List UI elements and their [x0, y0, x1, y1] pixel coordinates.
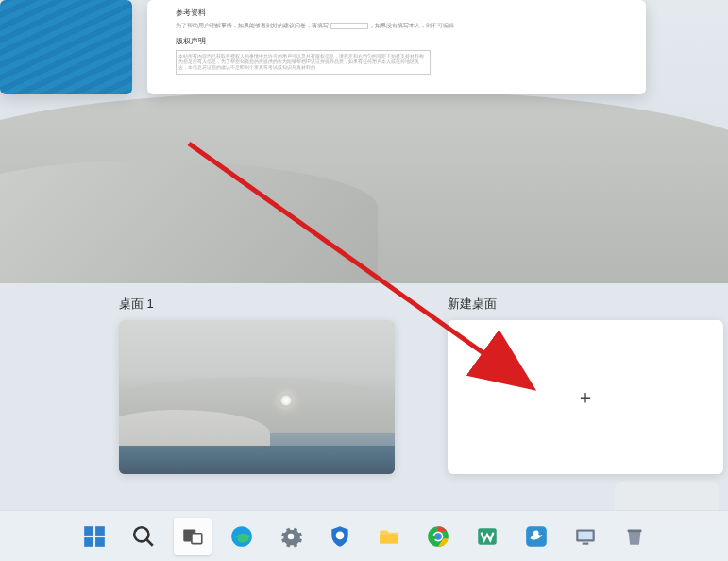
- svg-rect-9: [191, 533, 201, 543]
- svg-rect-4: [84, 537, 93, 547]
- doc-textarea: 本站所有内容均已获取在授权人的事情中允许可的用户可以及共有版权信息，请在左和右均…: [176, 50, 431, 75]
- start-icon[interactable]: [76, 518, 113, 555]
- svg-rect-21: [582, 542, 588, 544]
- taskbar: [0, 510, 728, 561]
- svg-line-7: [146, 539, 153, 546]
- security-icon[interactable]: [321, 518, 359, 555]
- settings-icon[interactable]: [272, 518, 310, 555]
- chrome-icon[interactable]: [419, 518, 457, 555]
- search-icon[interactable]: [125, 518, 162, 555]
- doc-section: 版权声明: [176, 36, 476, 46]
- svg-point-6: [134, 527, 148, 541]
- wallpaper-dune: [0, 161, 378, 293]
- svg-rect-20: [578, 531, 592, 539]
- svg-rect-13: [380, 534, 398, 543]
- edge-icon[interactable]: [223, 518, 261, 555]
- window-preview-document[interactable]: 参考资料 为了帮助用户理解事情，如果能够看到好的建议问卷，请填写 ，如果没有填写…: [147, 0, 646, 94]
- wps-icon[interactable]: [468, 518, 506, 555]
- desktop-thumbnail[interactable]: [119, 320, 395, 474]
- new-desktop-card[interactable]: 新建桌面 ＋: [438, 296, 729, 474]
- taskview-icon[interactable]: [174, 518, 212, 555]
- svg-rect-5: [95, 537, 105, 547]
- doc-section: 参考资料: [176, 8, 476, 18]
- svg-point-12: [335, 531, 344, 539]
- plus-icon: ＋: [576, 384, 595, 410]
- app-bird-icon[interactable]: [517, 518, 555, 555]
- svg-rect-22: [627, 529, 641, 532]
- computer-icon[interactable]: [567, 518, 604, 555]
- doc-text: 为了帮助用户理解事情，如果能够看到好的建议问卷，请填写 ，如果没有填写本人，则不…: [176, 22, 476, 30]
- svg-rect-2: [84, 526, 93, 536]
- trash-icon[interactable]: [616, 518, 653, 555]
- new-desktop-label: 新建桌面: [438, 296, 729, 313]
- svg-point-11: [287, 533, 294, 539]
- svg-rect-3: [95, 526, 105, 536]
- window-preview[interactable]: [0, 0, 132, 94]
- desktop-1-card[interactable]: 桌面 1: [110, 296, 400, 474]
- virtual-desktops-row: 桌面 1 新建桌面 ＋: [0, 296, 728, 474]
- new-desktop-button[interactable]: ＋: [448, 320, 723, 474]
- desktop-label: 桌面 1: [110, 296, 400, 313]
- explorer-icon[interactable]: [370, 518, 408, 555]
